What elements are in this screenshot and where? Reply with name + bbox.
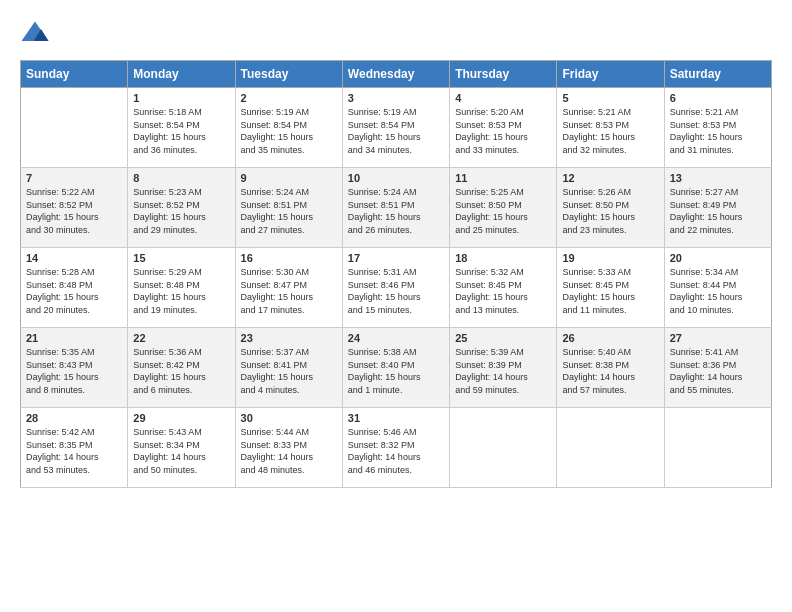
day-info: Sunrise: 5:28 AM Sunset: 8:48 PM Dayligh…: [26, 266, 122, 316]
day-cell: 11Sunrise: 5:25 AM Sunset: 8:50 PM Dayli…: [450, 168, 557, 248]
day-number: 10: [348, 172, 444, 184]
day-number: 30: [241, 412, 337, 424]
day-number: 22: [133, 332, 229, 344]
day-info: Sunrise: 5:27 AM Sunset: 8:49 PM Dayligh…: [670, 186, 766, 236]
day-number: 18: [455, 252, 551, 264]
day-info: Sunrise: 5:35 AM Sunset: 8:43 PM Dayligh…: [26, 346, 122, 396]
day-cell: 3Sunrise: 5:19 AM Sunset: 8:54 PM Daylig…: [342, 88, 449, 168]
day-info: Sunrise: 5:19 AM Sunset: 8:54 PM Dayligh…: [348, 106, 444, 156]
day-info: Sunrise: 5:46 AM Sunset: 8:32 PM Dayligh…: [348, 426, 444, 476]
day-cell: 12Sunrise: 5:26 AM Sunset: 8:50 PM Dayli…: [557, 168, 664, 248]
week-row-3: 14Sunrise: 5:28 AM Sunset: 8:48 PM Dayli…: [21, 248, 772, 328]
day-number: 6: [670, 92, 766, 104]
day-info: Sunrise: 5:25 AM Sunset: 8:50 PM Dayligh…: [455, 186, 551, 236]
day-cell: 22Sunrise: 5:36 AM Sunset: 8:42 PM Dayli…: [128, 328, 235, 408]
day-cell: 6Sunrise: 5:21 AM Sunset: 8:53 PM Daylig…: [664, 88, 771, 168]
day-info: Sunrise: 5:42 AM Sunset: 8:35 PM Dayligh…: [26, 426, 122, 476]
day-info: Sunrise: 5:37 AM Sunset: 8:41 PM Dayligh…: [241, 346, 337, 396]
day-info: Sunrise: 5:44 AM Sunset: 8:33 PM Dayligh…: [241, 426, 337, 476]
header-row: SundayMondayTuesdayWednesdayThursdayFrid…: [21, 61, 772, 88]
day-number: 12: [562, 172, 658, 184]
day-cell: 9Sunrise: 5:24 AM Sunset: 8:51 PM Daylig…: [235, 168, 342, 248]
day-number: 5: [562, 92, 658, 104]
day-number: 29: [133, 412, 229, 424]
day-info: Sunrise: 5:21 AM Sunset: 8:53 PM Dayligh…: [670, 106, 766, 156]
day-number: 26: [562, 332, 658, 344]
day-cell: [450, 408, 557, 488]
day-number: 3: [348, 92, 444, 104]
day-info: Sunrise: 5:19 AM Sunset: 8:54 PM Dayligh…: [241, 106, 337, 156]
day-info: Sunrise: 5:32 AM Sunset: 8:45 PM Dayligh…: [455, 266, 551, 316]
day-info: Sunrise: 5:43 AM Sunset: 8:34 PM Dayligh…: [133, 426, 229, 476]
day-info: Sunrise: 5:18 AM Sunset: 8:54 PM Dayligh…: [133, 106, 229, 156]
column-header-thursday: Thursday: [450, 61, 557, 88]
week-row-4: 21Sunrise: 5:35 AM Sunset: 8:43 PM Dayli…: [21, 328, 772, 408]
column-header-monday: Monday: [128, 61, 235, 88]
day-cell: 8Sunrise: 5:23 AM Sunset: 8:52 PM Daylig…: [128, 168, 235, 248]
day-info: Sunrise: 5:38 AM Sunset: 8:40 PM Dayligh…: [348, 346, 444, 396]
day-number: 11: [455, 172, 551, 184]
day-cell: [21, 88, 128, 168]
day-cell: 23Sunrise: 5:37 AM Sunset: 8:41 PM Dayli…: [235, 328, 342, 408]
day-cell: 31Sunrise: 5:46 AM Sunset: 8:32 PM Dayli…: [342, 408, 449, 488]
day-cell: 27Sunrise: 5:41 AM Sunset: 8:36 PM Dayli…: [664, 328, 771, 408]
day-cell: 21Sunrise: 5:35 AM Sunset: 8:43 PM Dayli…: [21, 328, 128, 408]
day-info: Sunrise: 5:21 AM Sunset: 8:53 PM Dayligh…: [562, 106, 658, 156]
day-info: Sunrise: 5:33 AM Sunset: 8:45 PM Dayligh…: [562, 266, 658, 316]
day-info: Sunrise: 5:34 AM Sunset: 8:44 PM Dayligh…: [670, 266, 766, 316]
day-cell: 10Sunrise: 5:24 AM Sunset: 8:51 PM Dayli…: [342, 168, 449, 248]
day-info: Sunrise: 5:40 AM Sunset: 8:38 PM Dayligh…: [562, 346, 658, 396]
day-cell: [664, 408, 771, 488]
day-number: 15: [133, 252, 229, 264]
day-cell: 29Sunrise: 5:43 AM Sunset: 8:34 PM Dayli…: [128, 408, 235, 488]
day-info: Sunrise: 5:20 AM Sunset: 8:53 PM Dayligh…: [455, 106, 551, 156]
day-number: 25: [455, 332, 551, 344]
day-cell: 24Sunrise: 5:38 AM Sunset: 8:40 PM Dayli…: [342, 328, 449, 408]
day-number: 28: [26, 412, 122, 424]
day-number: 1: [133, 92, 229, 104]
day-number: 27: [670, 332, 766, 344]
day-cell: 7Sunrise: 5:22 AM Sunset: 8:52 PM Daylig…: [21, 168, 128, 248]
day-info: Sunrise: 5:41 AM Sunset: 8:36 PM Dayligh…: [670, 346, 766, 396]
day-number: 31: [348, 412, 444, 424]
day-cell: 17Sunrise: 5:31 AM Sunset: 8:46 PM Dayli…: [342, 248, 449, 328]
day-number: 4: [455, 92, 551, 104]
column-header-friday: Friday: [557, 61, 664, 88]
column-header-tuesday: Tuesday: [235, 61, 342, 88]
day-number: 13: [670, 172, 766, 184]
logo-icon: [20, 20, 50, 50]
day-cell: [557, 408, 664, 488]
day-info: Sunrise: 5:24 AM Sunset: 8:51 PM Dayligh…: [348, 186, 444, 236]
day-info: Sunrise: 5:39 AM Sunset: 8:39 PM Dayligh…: [455, 346, 551, 396]
day-number: 14: [26, 252, 122, 264]
day-cell: 19Sunrise: 5:33 AM Sunset: 8:45 PM Dayli…: [557, 248, 664, 328]
day-cell: 20Sunrise: 5:34 AM Sunset: 8:44 PM Dayli…: [664, 248, 771, 328]
day-cell: 2Sunrise: 5:19 AM Sunset: 8:54 PM Daylig…: [235, 88, 342, 168]
day-info: Sunrise: 5:23 AM Sunset: 8:52 PM Dayligh…: [133, 186, 229, 236]
day-info: Sunrise: 5:24 AM Sunset: 8:51 PM Dayligh…: [241, 186, 337, 236]
day-cell: 26Sunrise: 5:40 AM Sunset: 8:38 PM Dayli…: [557, 328, 664, 408]
day-cell: 14Sunrise: 5:28 AM Sunset: 8:48 PM Dayli…: [21, 248, 128, 328]
day-cell: 5Sunrise: 5:21 AM Sunset: 8:53 PM Daylig…: [557, 88, 664, 168]
day-number: 17: [348, 252, 444, 264]
day-number: 2: [241, 92, 337, 104]
day-cell: 16Sunrise: 5:30 AM Sunset: 8:47 PM Dayli…: [235, 248, 342, 328]
day-number: 8: [133, 172, 229, 184]
page-header: [20, 20, 772, 50]
day-cell: 25Sunrise: 5:39 AM Sunset: 8:39 PM Dayli…: [450, 328, 557, 408]
calendar-table: SundayMondayTuesdayWednesdayThursdayFrid…: [20, 60, 772, 488]
day-number: 16: [241, 252, 337, 264]
column-header-wednesday: Wednesday: [342, 61, 449, 88]
week-row-2: 7Sunrise: 5:22 AM Sunset: 8:52 PM Daylig…: [21, 168, 772, 248]
day-number: 7: [26, 172, 122, 184]
day-info: Sunrise: 5:22 AM Sunset: 8:52 PM Dayligh…: [26, 186, 122, 236]
column-header-sunday: Sunday: [21, 61, 128, 88]
logo: [20, 20, 54, 50]
day-number: 21: [26, 332, 122, 344]
day-info: Sunrise: 5:26 AM Sunset: 8:50 PM Dayligh…: [562, 186, 658, 236]
day-number: 19: [562, 252, 658, 264]
day-cell: 18Sunrise: 5:32 AM Sunset: 8:45 PM Dayli…: [450, 248, 557, 328]
day-number: 20: [670, 252, 766, 264]
day-cell: 13Sunrise: 5:27 AM Sunset: 8:49 PM Dayli…: [664, 168, 771, 248]
day-info: Sunrise: 5:30 AM Sunset: 8:47 PM Dayligh…: [241, 266, 337, 316]
